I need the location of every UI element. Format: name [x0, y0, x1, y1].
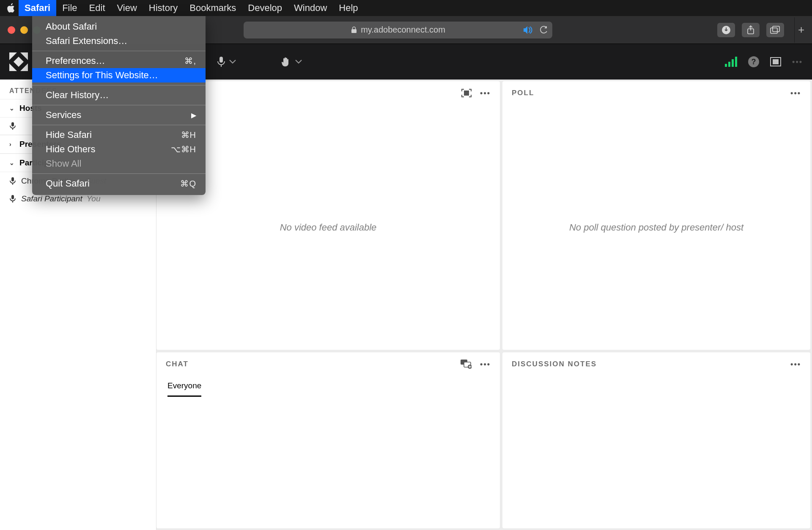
menubar-item-bookmarks[interactable]: Bookmarks — [184, 0, 242, 16]
microphone-icon — [217, 56, 226, 67]
tabs-button[interactable] — [766, 23, 784, 37]
participant-tag: You — [87, 194, 101, 203]
chevron-right-icon: › — [9, 141, 15, 148]
hand-icon — [281, 56, 292, 67]
microphone-control[interactable] — [217, 56, 236, 67]
chat-pod: CHAT ••• Everyone — [156, 352, 500, 528]
svg-marker-9 — [20, 63, 28, 71]
svg-rect-16 — [11, 195, 14, 199]
menu-show-all: Show All — [32, 157, 206, 171]
svg-marker-8 — [9, 63, 17, 71]
microphone-icon — [9, 195, 17, 203]
shortcut-label: ⌘H — [181, 130, 196, 140]
menu-settings-for-this-website[interactable]: Settings for This Website… — [32, 68, 206, 82]
chevron-down-icon[interactable] — [229, 60, 236, 64]
participant-name: Safari Participant — [21, 194, 82, 203]
chevron-down-icon: ⌄ — [9, 105, 15, 112]
svg-rect-15 — [11, 177, 14, 181]
svg-rect-13 — [773, 60, 778, 64]
chevron-down-icon: ⌄ — [9, 159, 15, 166]
pod-options-icon[interactable]: ••• — [480, 360, 491, 369]
connection-strength-icon[interactable] — [725, 57, 737, 67]
chat-tab-everyone[interactable]: Everyone — [167, 376, 201, 397]
menubar-item-window[interactable]: Window — [288, 0, 333, 16]
menu-quit-safari[interactable]: Quit Safari⌘Q — [32, 176, 206, 191]
menubar-item-develop[interactable]: Develop — [242, 0, 288, 16]
fullscreen-icon[interactable] — [770, 57, 781, 66]
microphone-icon — [9, 122, 17, 130]
pod-title: POLL — [512, 89, 534, 97]
video-pod: ••• No video feed available — [156, 81, 500, 350]
menu-services[interactable]: Services▶ — [32, 108, 206, 122]
chevron-down-icon[interactable] — [295, 60, 302, 64]
menubar-item-safari[interactable]: Safari — [19, 0, 56, 16]
more-options-icon[interactable]: ••• — [792, 58, 803, 66]
svg-rect-14 — [11, 122, 14, 126]
poll-placeholder: No poll question posted by presenter/ ho… — [502, 105, 810, 350]
discussion-notes-pod: DISCUSSION NOTES ••• — [502, 352, 810, 528]
menu-hide-others[interactable]: Hide Others⌥⌘H — [32, 142, 206, 157]
svg-rect-3 — [771, 28, 777, 33]
new-tab-button[interactable]: + — [794, 17, 808, 43]
menu-clear-history[interactable]: Clear History… — [32, 88, 206, 102]
window-minimize-button[interactable] — [20, 26, 28, 34]
pod-title: DISCUSSION NOTES — [512, 360, 597, 368]
pod-title: CHAT — [166, 360, 189, 368]
svg-rect-4 — [773, 26, 779, 32]
menu-preferences[interactable]: Preferences…⌘, — [32, 54, 206, 68]
main-area: ••• No video feed available POLL ••• No … — [156, 80, 812, 530]
pod-options-icon[interactable]: ••• — [790, 89, 801, 98]
menu-hide-safari[interactable]: Hide Safari⌘H — [32, 128, 206, 142]
raise-hand-control[interactable] — [281, 56, 302, 67]
share-button[interactable] — [742, 23, 760, 37]
fullscreen-icon[interactable] — [461, 89, 472, 97]
shortcut-label: ⌘, — [184, 56, 196, 66]
menu-about-safari[interactable]: About Safari — [32, 19, 206, 34]
speaker-icon[interactable] — [524, 26, 533, 34]
notes-body[interactable] — [502, 376, 810, 528]
url-text: my.adobeconnect.com — [361, 25, 445, 35]
menubar-item-edit[interactable]: Edit — [83, 0, 111, 16]
safari-dropdown-menu: About Safari Safari Extensions… Preferen… — [32, 16, 206, 195]
microphone-icon — [9, 177, 17, 185]
lock-icon — [351, 26, 357, 34]
submenu-arrow-icon: ▶ — [191, 111, 196, 119]
svg-marker-6 — [9, 52, 17, 60]
menubar-item-file[interactable]: File — [56, 0, 83, 16]
adobe-connect-logo-icon — [9, 52, 28, 71]
svg-rect-0 — [351, 29, 357, 33]
apple-logo-icon[interactable] — [7, 3, 19, 13]
shortcut-label: ⌘Q — [180, 178, 196, 189]
svg-rect-17 — [464, 91, 469, 95]
svg-rect-11 — [219, 57, 223, 63]
menubar-item-history[interactable]: History — [143, 0, 184, 16]
downloads-button[interactable] — [717, 23, 735, 37]
pod-options-icon[interactable]: ••• — [790, 360, 801, 369]
window-close-button[interactable] — [8, 26, 15, 34]
poll-pod: POLL ••• No poll question posted by pres… — [502, 81, 810, 350]
chat-tabs: Everyone — [156, 376, 500, 397]
help-icon[interactable]: ? — [748, 56, 759, 67]
shortcut-label: ⌥⌘H — [171, 144, 196, 154]
svg-marker-10 — [14, 57, 24, 67]
video-placeholder: No video feed available — [156, 105, 500, 350]
url-bar[interactable]: my.adobeconnect.com — [244, 22, 552, 38]
new-chat-icon[interactable] — [461, 360, 472, 369]
menubar-item-help[interactable]: Help — [333, 0, 364, 16]
menu-safari-extensions[interactable]: Safari Extensions… — [32, 34, 206, 48]
reload-icon[interactable] — [540, 26, 548, 34]
macos-menubar: Safari File Edit View History Bookmarks … — [0, 0, 812, 16]
pod-options-icon[interactable]: ••• — [480, 89, 491, 98]
svg-marker-7 — [20, 52, 28, 60]
menubar-item-view[interactable]: View — [111, 0, 143, 16]
